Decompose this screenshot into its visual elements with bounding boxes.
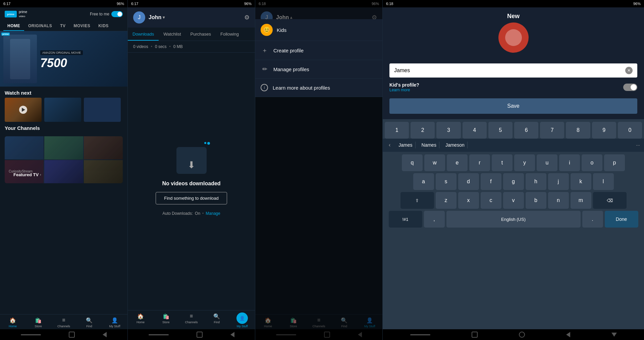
- store-icon-2: 🛍️: [162, 312, 170, 320]
- bottom-nav-2: 🏠 Home 🛍️ Store ≡ Channels 🔍 Find 👤 My S…: [128, 310, 255, 329]
- create-profile-item[interactable]: ＋ Create profile: [255, 41, 382, 60]
- key-4[interactable]: 4: [463, 122, 487, 139]
- nav-movies[interactable]: MOVIES: [70, 21, 95, 31]
- bottom-nav-2-home[interactable]: 🏠 Home: [128, 312, 153, 328]
- new-avatar[interactable]: [498, 22, 529, 53]
- key-e[interactable]: e: [447, 154, 468, 171]
- play-btn-1[interactable]: [19, 106, 27, 114]
- key-b[interactable]: b: [526, 192, 546, 209]
- back-btn-1[interactable]: [103, 332, 107, 337]
- free-to-me-switch[interactable]: [111, 11, 123, 17]
- key-a[interactable]: a: [413, 173, 434, 190]
- manage-link[interactable]: Manage: [206, 211, 220, 216]
- key-u[interactable]: u: [537, 154, 557, 171]
- key-done[interactable]: Done: [605, 211, 638, 228]
- kids-toggle[interactable]: [623, 84, 637, 91]
- key-symbols[interactable]: !#1: [389, 211, 422, 228]
- nav-home[interactable]: HOME: [3, 21, 24, 31]
- key-l[interactable]: l: [593, 173, 614, 190]
- key-j[interactable]: j: [548, 173, 569, 190]
- key-backspace[interactable]: ⌫: [593, 192, 627, 209]
- pill-2: [149, 334, 169, 335]
- key-c[interactable]: c: [481, 192, 501, 209]
- key-z[interactable]: z: [436, 192, 457, 209]
- manage-profiles-item[interactable]: ✏ Manage profiles: [255, 60, 382, 79]
- bottom-nav-2-store[interactable]: 🛍️ Store: [153, 312, 179, 328]
- back-btn-4[interactable]: [566, 332, 570, 337]
- key-s[interactable]: s: [436, 173, 457, 190]
- key-p[interactable]: p: [604, 154, 625, 171]
- name-input-wrap[interactable]: James ✕: [389, 63, 637, 78]
- suggest-back-icon[interactable]: ‹: [387, 141, 392, 149]
- key-2[interactable]: 2: [411, 122, 435, 139]
- find-download-button[interactable]: Find something to download: [156, 192, 227, 204]
- key-9[interactable]: 9: [592, 122, 616, 139]
- key-7[interactable]: 7: [540, 122, 564, 139]
- bottom-nav-store[interactable]: 🛍️ Store: [25, 317, 51, 328]
- free-to-me-toggle[interactable]: Free to me: [90, 11, 123, 17]
- bottom-nav-mystuff[interactable]: 👤 My Stuff: [102, 317, 127, 328]
- tab-watchlist[interactable]: Watchlist: [159, 28, 185, 41]
- learn-more-item[interactable]: i Learn more about profiles: [255, 79, 382, 97]
- key-x[interactable]: x: [458, 192, 479, 209]
- bottom-nav-find[interactable]: 🔍 Find: [76, 317, 102, 328]
- name-input-text[interactable]: James: [394, 67, 625, 74]
- nav-originals[interactable]: ORIGINALS: [24, 21, 56, 31]
- key-k[interactable]: k: [571, 173, 591, 190]
- key-h[interactable]: h: [526, 173, 546, 190]
- thumbnail-2[interactable]: [44, 98, 81, 122]
- down-btn-4[interactable]: [611, 333, 617, 337]
- key-6[interactable]: 6: [514, 122, 538, 139]
- key-comma[interactable]: ,: [424, 211, 445, 228]
- main-nav: HOME ORIGINALS TV MOVIES KIDS: [0, 21, 127, 31]
- channel-banner[interactable]: CuriosityStream Featured TV ›: [5, 136, 123, 183]
- key-i[interactable]: i: [559, 154, 580, 171]
- bottom-nav-2-find[interactable]: 🔍 Find: [204, 312, 229, 328]
- clear-button[interactable]: ✕: [625, 67, 633, 74]
- key-g[interactable]: g: [503, 173, 524, 190]
- bottom-nav-channels[interactable]: ≡ Channels: [51, 317, 76, 328]
- key-d[interactable]: d: [458, 173, 479, 190]
- key-r[interactable]: r: [469, 154, 490, 171]
- tab-purchases[interactable]: Purchases: [186, 28, 216, 41]
- key-0[interactable]: 0: [618, 122, 642, 139]
- key-o[interactable]: o: [582, 154, 602, 171]
- thumbnail-3[interactable]: [84, 98, 121, 122]
- suggest-more-icon[interactable]: ···: [636, 142, 640, 148]
- key-3[interactable]: 3: [436, 122, 461, 139]
- key-1[interactable]: 1: [385, 122, 409, 139]
- profile-info-2[interactable]: J John ▾: [133, 11, 165, 23]
- gear-icon-2[interactable]: ⚙: [244, 14, 250, 21]
- stat-mb: 0 MB: [173, 44, 183, 49]
- suggest-names[interactable]: Names: [419, 142, 439, 148]
- bottom-nav-2-channels[interactable]: ≡ Channels: [179, 312, 204, 328]
- tab-downloads[interactable]: Downloads: [128, 28, 159, 41]
- learn-more-link[interactable]: Learn more: [389, 88, 419, 92]
- key-y[interactable]: y: [514, 154, 535, 171]
- key-m[interactable]: m: [571, 192, 591, 209]
- battery-1: 96%: [117, 2, 124, 6]
- key-shift[interactable]: ⇧: [400, 192, 434, 209]
- nav-kids[interactable]: KIDS: [94, 21, 113, 31]
- thumbnail-1[interactable]: [5, 98, 42, 122]
- key-q[interactable]: q: [402, 154, 423, 171]
- kids-profile-item[interactable]: 😊 Kids: [255, 19, 382, 41]
- key-8[interactable]: 8: [566, 122, 590, 139]
- save-button[interactable]: Save: [389, 98, 637, 114]
- suggest-james[interactable]: James: [396, 142, 415, 148]
- bottom-nav-home[interactable]: 🏠 Home: [0, 317, 25, 328]
- key-space[interactable]: English (US): [446, 211, 581, 228]
- back-btn-2[interactable]: [230, 332, 234, 337]
- key-v[interactable]: v: [503, 192, 524, 209]
- nav-tv[interactable]: TV: [56, 21, 69, 31]
- home-btn-4[interactable]: [519, 332, 525, 338]
- key-period[interactable]: .: [582, 211, 603, 228]
- key-5[interactable]: 5: [488, 122, 513, 139]
- suggest-jameson[interactable]: Jameson: [443, 142, 468, 148]
- key-n[interactable]: n: [548, 192, 569, 209]
- tab-following[interactable]: Following: [216, 28, 244, 41]
- key-w[interactable]: w: [424, 154, 445, 171]
- key-t[interactable]: t: [492, 154, 513, 171]
- bottom-nav-2-mystuff[interactable]: 👤 My Stuff: [229, 312, 255, 328]
- key-f[interactable]: f: [481, 173, 501, 190]
